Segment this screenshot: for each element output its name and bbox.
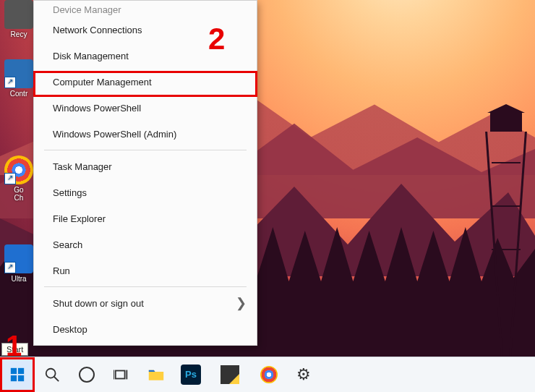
svg-rect-0 — [11, 368, 17, 374]
desktop-icon-google-chrome[interactable]: ↗ Go Ch — [3, 155, 35, 202]
menu-item-label: Network Connections — [53, 25, 142, 35]
desktop-icon-label: Contr — [10, 90, 27, 98]
desktop-icon-recycle-bin[interactable]: Recy — [3, 0, 35, 38]
menu-item-label: Device Manager — [53, 4, 121, 15]
menu-item-windows-powershell-admin[interactable]: Windows PowerShell (Admin) — [34, 121, 257, 147]
menu-item-label: Windows PowerShell — [53, 103, 141, 114]
desktop-icon-control-panel[interactable]: ↗ Contr — [3, 59, 35, 98]
search-icon — [44, 367, 60, 383]
cortana-icon — [79, 367, 95, 383]
svg-rect-3 — [18, 375, 24, 381]
recycle-bin-icon — [4, 0, 33, 29]
shortcut-overlay-icon: ↗ — [4, 173, 16, 184]
chrome-icon: ↗ — [4, 155, 33, 184]
menu-item-label: Shut down or sign out — [53, 298, 144, 309]
desktop-icon-ultra[interactable]: ↗ Ultra — [3, 244, 35, 283]
menu-item-label: Settings — [53, 187, 87, 198]
menu-item-label: Search — [53, 239, 82, 250]
menu-item-label: Task Manager — [53, 161, 112, 172]
photoshop-icon: Ps — [181, 365, 201, 385]
menu-item-label: Desktop — [53, 324, 87, 335]
menu-item-label: Run — [53, 265, 70, 276]
menu-item-search[interactable]: Search — [34, 231, 257, 257]
menu-separator — [44, 286, 247, 287]
menu-item-label: Disk Management — [53, 51, 129, 61]
taskbar: Ps ⚙ — [0, 357, 535, 392]
menu-item-file-explorer[interactable]: File Explorer — [34, 205, 257, 231]
taskbar-search-button[interactable] — [35, 357, 69, 392]
taskbar-cortana-button[interactable] — [69, 357, 104, 392]
desktop-icon-label: Go — [14, 186, 23, 194]
chrome-icon — [260, 366, 278, 383]
start-button[interactable] — [0, 357, 35, 392]
svg-line-5 — [54, 377, 59, 381]
taskbar-chrome-button[interactable] — [252, 357, 286, 392]
windows-logo-icon — [9, 367, 25, 383]
svg-rect-1 — [18, 368, 24, 374]
menu-item-desktop[interactable]: Desktop — [34, 316, 257, 342]
shortcut-overlay-icon: ↗ — [4, 262, 16, 273]
menu-item-task-manager[interactable]: Task Manager — [34, 153, 257, 179]
menu-item-shut-down-or-sign-out[interactable]: Shut down or sign out ❯ — [34, 290, 257, 316]
menu-item-settings[interactable]: Settings — [34, 179, 257, 205]
desktop: Recy ↗ Contr ↗ Go Ch ↗ Ultra Device Mana… — [0, 0, 535, 392]
svg-point-4 — [46, 369, 56, 378]
taskbar-settings-button[interactable]: ⚙ — [286, 357, 321, 392]
file-explorer-icon — [148, 367, 164, 383]
control-panel-icon: ↗ — [4, 59, 33, 88]
chevron-right-icon: ❯ — [236, 295, 247, 311]
task-view-icon — [114, 367, 129, 383]
desktop-icon-label: Ch — [14, 194, 24, 202]
menu-item-label: Computer Management — [53, 77, 152, 88]
annotation-number-2: 2 — [208, 22, 225, 56]
taskbar-task-view-button[interactable] — [104, 357, 139, 392]
ultra-icon: ↗ — [4, 244, 33, 273]
svg-rect-6 — [116, 371, 125, 379]
desktop-icon-label: Recy — [11, 30, 27, 38]
shortcut-overlay-icon: ↗ — [4, 77, 16, 88]
menu-item-windows-powershell[interactable]: Windows PowerShell — [34, 95, 257, 121]
gear-icon: ⚙ — [296, 365, 311, 384]
menu-item-label: Windows PowerShell (Admin) — [53, 129, 176, 140]
menu-item-run[interactable]: Run — [34, 257, 257, 284]
menu-item-computer-management[interactable]: Computer Management — [34, 69, 257, 95]
desktop-icon-label: Ultra — [11, 275, 26, 283]
svg-rect-2 — [11, 375, 17, 381]
taskbar-sticky-notes-button[interactable] — [208, 357, 252, 392]
taskbar-photoshop-button[interactable]: Ps — [174, 357, 208, 392]
taskbar-file-explorer-button[interactable] — [139, 357, 174, 392]
sticky-notes-icon — [221, 365, 239, 384]
menu-item-label: File Explorer — [53, 213, 106, 224]
wallpaper-fire-tower — [484, 111, 528, 357]
menu-item-device-manager[interactable]: Device Manager — [34, 2, 257, 17]
menu-separator — [44, 150, 247, 150]
